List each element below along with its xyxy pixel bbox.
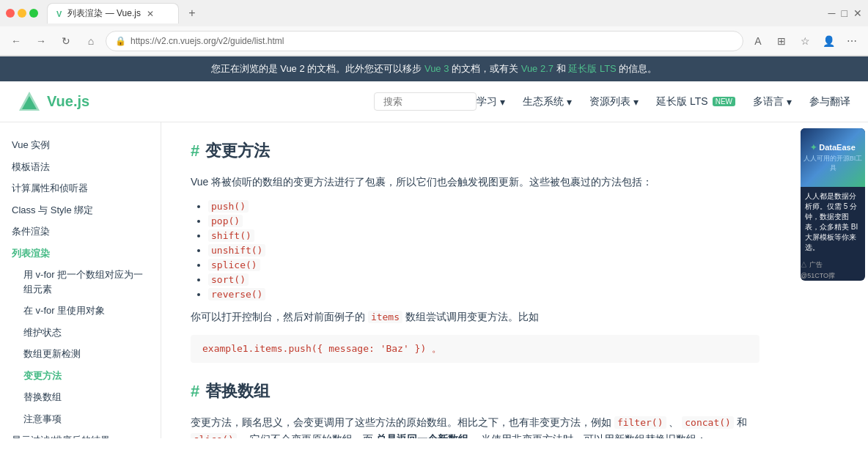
method-push: push() (208, 200, 249, 213)
sidebar-item-caveats[interactable]: 注意事项 (0, 408, 161, 430)
section2-title: # 替换数组 (191, 380, 760, 402)
method-unshift: unshift() (208, 244, 265, 257)
ad-panel: ✦ DataEase 人人可用的开源BI工具 人人都是数据分析师。仅需 5 分钟… (795, 122, 868, 438)
section1-hash[interactable]: # (191, 141, 199, 161)
bold-text: 总是返回一个新数组 (376, 433, 468, 438)
sidebar-item-display-filtered[interactable]: 显示过滤/排序后的结果 (0, 429, 161, 438)
window-minimize-icon[interactable]: ─ (828, 7, 836, 19)
home-btn[interactable]: ⌂ (81, 31, 101, 51)
sidebar-item-vfor-array[interactable]: 用 v-for 把一个数组对应为一组元素 (0, 264, 161, 300)
new-badge: NEW (713, 97, 735, 106)
refresh-btn[interactable]: ↻ (56, 31, 76, 51)
content-area: # 变更方法 Vue 将被侦听的数组的变更方法进行了包裹，所以它们也会触发视图更… (161, 122, 795, 438)
notification-text3: 和 (556, 63, 566, 74)
reader-mode-btn[interactable]: A (748, 31, 768, 51)
code-example-block: example1.items.push({ message: 'Baz' }) … (191, 335, 760, 363)
methods-list: push() pop() shift() unshift() splice() … (191, 200, 760, 300)
ad-brand: ✦ DataEase (801, 143, 865, 152)
notification-banner: 您正在浏览的是 Vue 2 的文档。此外您还可以移步 Vue 3 的文档，或有关… (0, 56, 868, 81)
chevron-down-icon: ▾ (787, 96, 792, 108)
tab-title: 列表渲染 — Vue.js (67, 7, 141, 20)
ad-image: ✦ DataEase 人人可用的开源BI工具 (801, 128, 865, 187)
code-concat: concat() (682, 416, 734, 429)
list-item: reverse() (208, 288, 760, 300)
section2-hash[interactable]: # (191, 382, 199, 401)
profile-btn[interactable]: 👤 (818, 31, 839, 51)
sidebar: Vue 实例 模板语法 计算属性和侦听器 Class 与 Style 绑定 条件… (0, 122, 161, 438)
chevron-down-icon: ▾ (633, 96, 639, 108)
close-window-btn[interactable] (6, 9, 15, 18)
site-header: Vue.js 学习 ▾ 生态系统 ▾ 资源列表 ▾ 延长版 LTS NEW 多语… (0, 81, 868, 122)
sidebar-item-computed[interactable]: 计算属性和侦听器 (0, 177, 161, 199)
forward-btn[interactable]: → (31, 31, 51, 51)
favorites-btn[interactable]: ☆ (795, 31, 815, 51)
sidebar-item-class-style[interactable]: Class 与 Style 绑定 (0, 199, 161, 221)
notification-text4: 的信息。 (619, 63, 657, 74)
main-layout: Vue 实例 模板语法 计算属性和侦听器 Class 与 Style 绑定 条件… (0, 122, 868, 438)
logo-text: Vue.js (47, 93, 89, 110)
chevron-down-icon: ▾ (567, 96, 572, 108)
nav-lts[interactable]: 延长版 LTS NEW (656, 95, 735, 108)
sidebar-item-conditional[interactable]: 条件渲染 (0, 221, 161, 243)
code-example-text: example1.items.push({ message: 'Baz' }) (202, 343, 426, 354)
site-logo[interactable]: Vue.js (18, 90, 89, 114)
site-nav: 学习 ▾ 生态系统 ▾ 资源列表 ▾ 延长版 LTS NEW 多语言 ▾ 参与翻… (477, 95, 850, 108)
section-mutation-methods: # 变更方法 Vue 将被侦听的数组的变更方法进行了包裹，所以它们也会触发视图更… (191, 140, 760, 363)
active-tab[interactable]: V 列表渲染 — Vue.js ✕ (47, 3, 179, 23)
ad-icon: △ (801, 261, 807, 268)
nav-translate[interactable]: 参与翻译 (809, 95, 850, 108)
window-close-icon[interactable]: ✕ (853, 7, 862, 19)
chevron-down-icon: ▾ (500, 96, 505, 108)
browser-nav: ← → ↻ ⌂ 🔒 https://v2.cn.vuejs.org/v2/gui… (0, 26, 868, 56)
vue27-link[interactable]: Vue 2.7 (521, 63, 553, 74)
minimize-window-btn[interactable] (18, 9, 26, 18)
lock-icon: 🔒 (115, 36, 126, 46)
ad-label: △ 广告 (801, 260, 865, 270)
sidebar-item-list-render[interactable]: 列表渲染 (0, 243, 161, 265)
code-slice: slice() (191, 433, 237, 438)
sidebar-item-template-syntax[interactable]: 模板语法 (0, 156, 161, 178)
sidebar-item-maintain-state[interactable]: 维护状态 (0, 322, 161, 344)
new-tab-btn[interactable]: + (182, 3, 202, 23)
ad-tagline: 人人可用的开源BI工具 (801, 154, 865, 173)
method-shift: shift() (208, 229, 254, 242)
nav-study[interactable]: 学习 ▾ (477, 95, 505, 108)
url-text: https://v2.cn.vuejs.org/v2/guide/list.ht… (130, 36, 284, 46)
list-item: shift() (208, 229, 760, 241)
vue3-link[interactable]: Vue 3 (424, 63, 449, 74)
ad-box[interactable]: ✦ DataEase 人人可用的开源BI工具 人人都是数据分析师。仅需 5 分钟… (801, 128, 865, 281)
ad-watermark: @51CTO撑 (801, 271, 865, 281)
browser-chrome: V 列表渲染 — Vue.js ✕ + ─ □ ✕ ← → ↻ ⌂ 🔒 http… (0, 0, 868, 56)
tab-favicon: V (56, 10, 62, 18)
code-items: items (368, 311, 402, 323)
sidebar-item-array-update[interactable]: 数组更新检测 (0, 343, 161, 365)
notification-text: 您正在浏览的是 Vue 2 的文档。此外您还可以移步 (211, 63, 422, 74)
ad-description: 人人都是数据分析师。仅需 5 分钟，数据变图表，众多精美 BI 大屏模板等你来选… (801, 187, 865, 257)
back-btn[interactable]: ← (6, 31, 26, 51)
screenshot-btn[interactable]: ⊞ (771, 31, 792, 51)
sidebar-item-vue-instance[interactable]: Vue 实例 (0, 134, 161, 156)
sidebar-item-vfor-object[interactable]: 在 v-for 里使用对象 (0, 300, 161, 322)
browser-titlebar: V 列表渲染 — Vue.js ✕ + ─ □ ✕ (0, 0, 868, 26)
tab-close-btn[interactable]: ✕ (147, 9, 154, 19)
notification-text2: 的文档，或有关 (452, 63, 518, 74)
sidebar-item-mutation-methods[interactable]: 变更方法 (0, 365, 161, 387)
method-splice: splice() (208, 259, 260, 271)
sidebar-item-replace-array[interactable]: 替换数组 (0, 386, 161, 408)
section-replace-array: # 替换数组 变更方法，顾名思义，会变更调用了这些方法的原始数组。相比之下，也有… (191, 380, 760, 438)
nav-language[interactable]: 多语言 ▾ (753, 95, 792, 108)
nav-resources[interactable]: 资源列表 ▾ (589, 95, 639, 108)
nav-ecosystem[interactable]: 生态系统 ▾ (523, 95, 572, 108)
address-bar[interactable]: 🔒 https://v2.cn.vuejs.org/v2/guide/list.… (106, 31, 743, 51)
maximize-window-btn[interactable] (29, 9, 38, 18)
search-input[interactable] (374, 92, 477, 111)
list-item: sort() (208, 273, 760, 285)
more-btn[interactable]: ⋯ (842, 31, 862, 51)
code-filter: filter() (614, 416, 666, 429)
window-maximize-icon[interactable]: □ (842, 7, 847, 19)
list-item: unshift() (208, 244, 760, 256)
list-item: push() (208, 200, 760, 212)
method-sort: sort() (208, 273, 249, 286)
list-item: pop() (208, 215, 760, 226)
lts-link[interactable]: 延长版 LTS (568, 63, 617, 74)
